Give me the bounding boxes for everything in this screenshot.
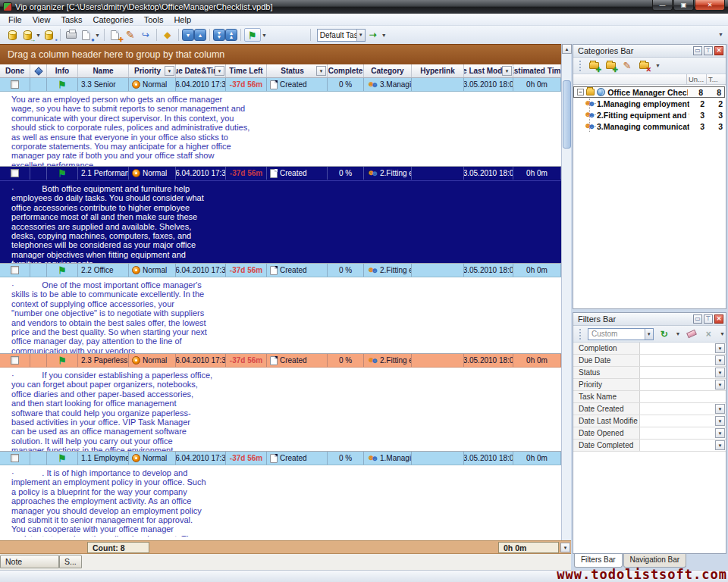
menu-tools[interactable]: Tools	[139, 14, 169, 26]
flag-dropdown-icon[interactable]: ▼	[262, 33, 267, 38]
filter-value[interactable]	[640, 379, 714, 390]
column-header-done[interactable]: Done	[0, 64, 30, 77]
menu-help[interactable]: Help	[168, 14, 196, 26]
task-done-checkbox[interactable]	[11, 356, 19, 365]
column-header-priority[interactable]: Priority▼	[129, 64, 176, 77]
delete-category-icon[interactable]: ✕	[638, 61, 650, 71]
open-database-dropdown-icon[interactable]: ▼	[36, 33, 41, 38]
minimize-button[interactable]: —	[652, 0, 673, 11]
panel-restore-icon[interactable]: ▭	[693, 314, 702, 324]
scroll-up-icon[interactable]: ▲	[562, 44, 572, 54]
grid-vertical-scrollbar[interactable]: ▲	[561, 44, 571, 540]
menu-tasks[interactable]: Tasks	[55, 14, 87, 26]
modified-filter-dropdown-icon[interactable]: ▼	[502, 66, 512, 76]
move-top-icon[interactable]: ▲▲	[225, 29, 237, 41]
filter-dropdown-icon[interactable]: ▼	[715, 380, 725, 390]
column-header-complete[interactable]: Complete	[328, 64, 364, 77]
close-button[interactable]: ✕	[695, 0, 725, 11]
menu-view[interactable]: View	[27, 14, 56, 26]
task-view-dropdown-icon[interactable]: ▼	[356, 30, 365, 41]
filter-dropdown-icon[interactable]: ▼	[715, 355, 725, 365]
tree-root-office-manager-checklist[interactable]: − Office Manager Checklist 8 8	[573, 86, 725, 98]
scrollbar-thumb[interactable]	[563, 80, 571, 149]
edit-category-icon[interactable]: ✎	[621, 61, 633, 71]
new-database-icon[interactable]	[5, 28, 19, 42]
status-filter-dropdown-icon[interactable]: ▼	[316, 66, 326, 76]
collapse-icon[interactable]: −	[577, 89, 584, 95]
column-header-name[interactable]: Name	[78, 64, 129, 77]
add-category-icon[interactable]: ✚	[588, 61, 600, 71]
filter-value[interactable]	[640, 343, 714, 354]
tag-icon[interactable]: ◆	[161, 28, 174, 42]
task-row[interactable]: ⚑ 1.1 Employment Normal 06.04.2010 17:33…	[0, 452, 561, 465]
open-database-icon[interactable]: →	[20, 28, 34, 42]
task-done-checkbox[interactable]	[11, 266, 19, 274]
column-total[interactable]: T...	[706, 74, 726, 84]
due-filter-dropdown-icon[interactable]: ▼	[215, 66, 224, 76]
panel-close-icon[interactable]: ✕	[714, 314, 723, 324]
add-subcategory-icon[interactable]: ✚	[604, 61, 617, 71]
priority-filter-dropdown-icon[interactable]: ▼	[165, 66, 174, 76]
filter-dropdown-icon[interactable]: ▼	[715, 416, 725, 426]
task-row-selected[interactable]: ⚑ 2.1 Performance Normal 06.04.2010 17:3…	[0, 167, 561, 180]
column-header-hyperlink[interactable]: Hyperlink	[412, 64, 464, 77]
menu-file[interactable]: File	[3, 14, 27, 26]
move-up-icon[interactable]: ▲	[194, 29, 206, 41]
task-description[interactable]: · One of the most important office manag…	[0, 277, 561, 354]
move-down-icon[interactable]: ▼	[182, 29, 194, 41]
scroll-down-icon[interactable]: ▼	[560, 543, 570, 552]
filter-value[interactable]	[640, 440, 714, 451]
task-view-combobox[interactable]: Default Task V ▼	[317, 29, 366, 42]
view-dropdown-icon[interactable]: ▼	[381, 33, 387, 38]
task-description[interactable]: · If you consider establishing a paperle…	[0, 368, 561, 452]
filter-dropdown-icon[interactable]: ▼	[715, 368, 725, 377]
column-header-info[interactable]: Info	[47, 64, 78, 77]
column-header-category[interactable]: Category	[364, 64, 412, 77]
tab-filters-bar[interactable]: Filters Bar	[574, 554, 623, 568]
save-database-icon[interactable]: ▪	[42, 28, 56, 42]
toolbar-overflow-icon[interactable]: ▼	[718, 32, 723, 37]
task-row[interactable]: ⚑ 2.2 Office Normal 06.04.2010 17:33 -37…	[0, 264, 561, 277]
filter-dropdown-icon[interactable]: ▼	[715, 428, 725, 438]
panel-pin-icon[interactable]: ⊤	[704, 46, 713, 55]
print-dropdown-icon[interactable]: ▼	[95, 33, 100, 38]
remove-filter-icon[interactable]: ×	[702, 329, 714, 340]
maximize-button[interactable]: ▣	[673, 0, 694, 11]
filter-dropdown-icon[interactable]: ▼	[715, 343, 725, 353]
move-bottom-icon[interactable]: ▼▼	[213, 29, 225, 41]
panel-restore-icon[interactable]: ▭	[693, 46, 702, 55]
print-icon[interactable]	[64, 28, 78, 42]
new-task-icon[interactable]: ✚	[108, 28, 122, 42]
tab-note[interactable]: Note	[0, 555, 59, 568]
tree-item-managing-communication[interactable]: ☻☻ 3.Managing communicatio 3 3	[573, 120, 726, 132]
print-preview-icon[interactable]: ●	[80, 28, 93, 42]
task-row-highlighted[interactable]: ⚑ 2.3 Paperless Normal 06.04.2010 17:33 …	[0, 354, 561, 368]
menu-categories[interactable]: Categories	[88, 14, 139, 26]
filter-dropdown-icon[interactable]: ▼	[715, 440, 725, 450]
column-unread[interactable]: Un...	[686, 74, 706, 84]
task-description[interactable]: · . It is of high importance to develop …	[0, 465, 561, 537]
task-done-checkbox[interactable]	[11, 454, 19, 462]
tab-navigation-bar[interactable]: Navigation Bar	[623, 554, 687, 568]
task-done-checkbox[interactable]	[11, 80, 19, 89]
tree-item-fitting-equipment[interactable]: ☻☻ 2.Fitting equipment and fu 3 3	[573, 109, 726, 120]
filter-preset-dropdown-icon[interactable]: ▼	[645, 329, 653, 340]
apply-filter-dropdown-icon[interactable]: ▼	[676, 331, 681, 336]
filter-value[interactable]	[640, 415, 714, 427]
group-by-bar[interactable]: Drag a column header here to group by th…	[0, 44, 561, 64]
task-description[interactable]: You are an employed person who gets an o…	[0, 92, 561, 167]
task-row[interactable]: ⚑ 3.3 Senior Normal 06.04.2010 17:33 -37…	[0, 78, 561, 92]
column-header-estimated-time[interactable]: Estimated Time	[513, 64, 561, 77]
filter-preset-combobox[interactable]: Custom ▼	[588, 328, 654, 340]
task-done-checkbox[interactable]	[11, 169, 19, 177]
filter-dropdown-icon[interactable]: ▼	[715, 404, 725, 414]
clear-filter-icon[interactable]	[686, 329, 698, 340]
column-header-time-left[interactable]: Time Left	[226, 64, 267, 77]
tab-s[interactable]: S...	[59, 555, 82, 568]
filter-value[interactable]	[640, 355, 714, 366]
filter-value[interactable]	[640, 403, 714, 415]
filter-value[interactable]	[640, 367, 714, 378]
apply-view-icon[interactable]: ➝	[366, 28, 380, 42]
flag-view-icon[interactable]: ⚑	[244, 28, 261, 42]
edit-task-icon[interactable]: ✎	[124, 28, 137, 42]
